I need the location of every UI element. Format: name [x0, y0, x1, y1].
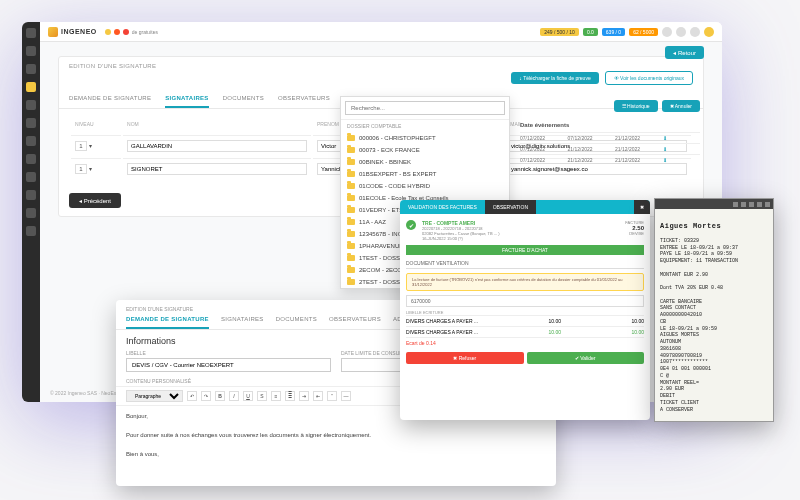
alert-icon[interactable] — [114, 29, 120, 35]
tab-observateurs[interactable]: OBSERVATEURS — [329, 316, 381, 329]
tool-icon[interactable] — [741, 202, 746, 207]
folder-icon — [347, 183, 355, 189]
doc-meta: 20220718 - 20220718 - 20220718 02082 Fac… — [422, 226, 619, 241]
tool-icon[interactable] — [749, 202, 754, 207]
dropdown-section-label: DOSSIER COMPTABLE — [341, 120, 509, 132]
underline-icon[interactable]: U — [243, 391, 253, 401]
receipt-toolbar — [655, 199, 773, 209]
folder-item[interactable]: 00073 - ECK FRANCE — [341, 144, 509, 156]
refuse-button[interactable]: ✖ Refuser — [406, 352, 524, 364]
logo-icon — [48, 27, 58, 37]
cancel-button[interactable]: ✖ Annuler — [662, 100, 700, 112]
prev-button[interactable]: ◂ Précédent — [69, 193, 121, 208]
download-button[interactable]: ↓ Télécharger la fiche de preuve — [511, 72, 598, 84]
nav-icon-active[interactable] — [26, 82, 36, 92]
nom-input[interactable] — [127, 140, 307, 152]
warn-icon[interactable] — [123, 29, 129, 35]
folder-item[interactable]: 01CODE - CODE HYBRID — [341, 180, 509, 192]
nav-icon[interactable] — [26, 208, 36, 218]
logo[interactable]: INGENEO — [48, 27, 97, 37]
nav-icon[interactable] — [26, 190, 36, 200]
receipt-text: TICKET: 03329 ENTREE LE 18-09/21 a 09:37… — [660, 238, 768, 414]
tab-documents[interactable]: DOCUMENTS — [223, 95, 264, 108]
tab-demande[interactable]: DEMANDE DE SIGNATURE — [69, 95, 151, 108]
italic-icon[interactable]: I — [229, 391, 239, 401]
charge-line: DIVERS CHARGES A PAYER ...10.0010.00 — [406, 315, 644, 326]
indent-icon[interactable]: ⇥ — [299, 391, 309, 401]
folder-icon — [347, 255, 355, 261]
search-input[interactable] — [345, 101, 505, 115]
charge-line: DIVERS CHARGES A PAYER ...10.0010.00 — [406, 326, 644, 337]
folder-icon — [347, 135, 355, 141]
folder-icon — [347, 267, 355, 273]
sidebar — [22, 22, 40, 402]
nav-icon[interactable] — [26, 136, 36, 146]
tool-icon[interactable] — [733, 202, 738, 207]
redo-icon[interactable]: ↷ — [201, 391, 211, 401]
nav-icon[interactable] — [26, 172, 36, 182]
topbar: INGENEO de gratuites 249 / 500 / 10 0.0 … — [40, 22, 722, 42]
avatar[interactable] — [662, 27, 672, 37]
check-icon: ✔ — [406, 220, 416, 230]
outdent-icon[interactable]: ⇤ — [313, 391, 323, 401]
receipt-title: Aigues Mortes — [660, 222, 768, 231]
return-button[interactable]: ◂ Retour — [665, 46, 704, 59]
logo-text: INGENEO — [61, 28, 97, 35]
niveau-cell[interactable]: 1 — [75, 141, 87, 151]
libelle-label: LIBELLE — [126, 350, 331, 356]
folder-icon — [347, 219, 355, 225]
tool-icon[interactable] — [757, 202, 762, 207]
ecart-line: Ecart de 0.14 — [406, 337, 644, 348]
nom-input[interactable] — [127, 163, 307, 175]
avatar[interactable] — [690, 27, 700, 37]
col-nom: NOM — [123, 115, 311, 133]
sub-tabs[interactable]: DOCUMENT VENTILATION — [406, 258, 644, 269]
tab-observation[interactable]: OBSERVATION — [485, 200, 536, 214]
topbar-right: 249 / 500 / 10 0.0 639 / 0 62 / 5000 — [540, 27, 714, 37]
nav-icon[interactable] — [26, 226, 36, 236]
nav-icon[interactable] — [26, 28, 36, 38]
avatar[interactable] — [676, 27, 686, 37]
strike-icon[interactable]: S — [257, 391, 267, 401]
folder-icon — [347, 279, 355, 285]
hr-icon[interactable]: — — [341, 391, 351, 401]
tab-documents[interactable]: DOCUMENTS — [276, 316, 317, 329]
list-ol-icon[interactable]: ≣ — [285, 391, 295, 401]
footer: © 2022 Ingeneo SAS · NeoExpert — [50, 390, 125, 396]
folder-item[interactable]: 00BINEK - BBINEK — [341, 156, 509, 168]
tab-demande[interactable]: DEMANDE DE SIGNATURE — [126, 316, 209, 329]
undo-icon[interactable]: ↶ — [187, 391, 197, 401]
badge-1: 249 / 500 / 10 — [540, 28, 579, 36]
warning-banner: La lecture de facture (TROBOV21) n'est p… — [406, 273, 644, 291]
col-niveau: NIVEAU — [71, 115, 121, 133]
tab-signataires[interactable]: SIGNATAIRES — [165, 95, 208, 108]
validate-button[interactable]: ✔ Valider — [527, 352, 645, 364]
devise: DEVISE — [625, 231, 644, 236]
history-button[interactable]: ☰ Historique — [614, 100, 658, 112]
list-icon[interactable]: ≡ — [271, 391, 281, 401]
quote-icon[interactable]: ” — [327, 391, 337, 401]
bell-icon[interactable] — [105, 29, 111, 35]
niveau-cell[interactable]: 1 — [75, 164, 87, 174]
tab-signataires[interactable]: SIGNATAIRES — [221, 316, 264, 329]
nav-icon[interactable] — [26, 154, 36, 164]
bold-icon[interactable]: B — [215, 391, 225, 401]
paragraph-select[interactable]: Paragraphe — [126, 390, 183, 402]
event-row: 07/12/202207/12/202221/12/2022⬇ — [520, 132, 700, 143]
nav-icon[interactable] — [26, 100, 36, 110]
avatar[interactable] — [704, 27, 714, 37]
view-docs-button[interactable]: 👁 Voir les documents originaux — [605, 71, 693, 85]
tab-observateurs[interactable]: OBSERVATEURS — [278, 95, 330, 108]
tab-validation[interactable]: VALIDATION DES FACTURES — [400, 200, 485, 214]
tool-icon[interactable] — [765, 202, 770, 207]
folder-item[interactable]: 000006 - CHRISTOPHEGFT — [341, 132, 509, 144]
invoice-type-bar: FACTURE D'ACHAT — [406, 245, 644, 255]
account-field[interactable]: 6170000 — [406, 295, 644, 307]
panel-title: EDITION D'UNE SIGNATURE — [59, 57, 703, 71]
nav-icon[interactable] — [26, 46, 36, 56]
badge-4: 62 / 5000 — [629, 28, 658, 36]
folder-item[interactable]: 01BSEXPERT - BS EXPERT — [341, 168, 509, 180]
libelle-input[interactable] — [126, 358, 331, 372]
nav-icon[interactable] — [26, 64, 36, 74]
nav-icon[interactable] — [26, 118, 36, 128]
